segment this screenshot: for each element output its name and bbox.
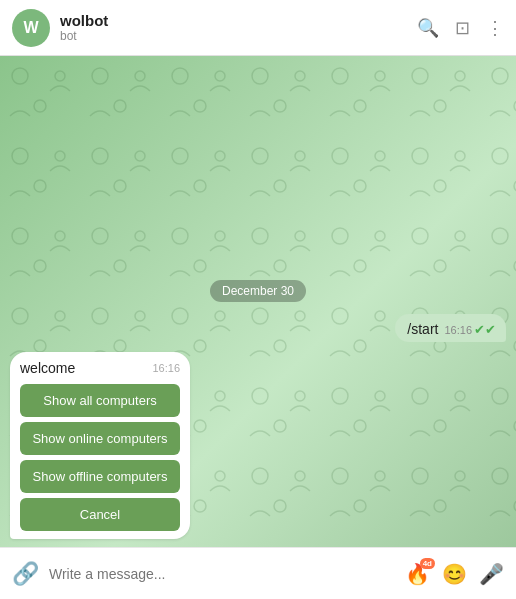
messages: /start 16:16 ✔✔ welcome 16:16 Show all c… — [10, 314, 506, 539]
show-offline-computers-button[interactable]: Show offline computers — [20, 460, 180, 493]
chat-content: December 30 /start 16:16 ✔✔ welcome — [0, 56, 516, 547]
outgoing-bubble: /start 16:16 ✔✔ — [395, 314, 506, 342]
outgoing-text: /start — [407, 321, 438, 337]
incoming-time: 16:16 — [152, 362, 180, 374]
attach-icon[interactable]: 🔗 — [12, 561, 39, 587]
fire-badge: 4d — [420, 558, 435, 569]
incoming-text: welcome — [20, 360, 75, 376]
incoming-header: welcome 16:16 — [20, 360, 180, 376]
chat-subtitle: bot — [60, 29, 417, 43]
date-separator: December 30 — [10, 280, 506, 302]
fire-icon[interactable]: 🔥 4d — [405, 562, 430, 586]
emoji-icon[interactable]: 😊 — [442, 562, 467, 586]
outgoing-message: /start 16:16 ✔✔ — [10, 314, 506, 342]
bottom-icons: 🔥 4d 😊 🎤 — [405, 562, 504, 586]
incoming-message: welcome 16:16 Show all computers Show on… — [10, 352, 506, 539]
message-input[interactable] — [49, 566, 395, 582]
outgoing-time: 16:16 ✔✔ — [444, 322, 496, 337]
header-info: wolbot bot — [60, 12, 417, 43]
bottom-bar: 🔗 🔥 4d 😊 🎤 — [0, 547, 516, 599]
mic-icon[interactable]: 🎤 — [479, 562, 504, 586]
chat-title: wolbot — [60, 12, 417, 29]
chat-header: W wolbot bot 🔍 ⊡ ⋮ — [0, 0, 516, 56]
chat-area: December 30 /start 16:16 ✔✔ welcome — [0, 56, 516, 547]
avatar: W — [12, 9, 50, 47]
search-icon[interactable]: 🔍 — [417, 17, 439, 39]
date-badge: December 30 — [210, 280, 306, 302]
show-all-computers-button[interactable]: Show all computers — [20, 384, 180, 417]
cancel-button[interactable]: Cancel — [20, 498, 180, 531]
more-icon[interactable]: ⋮ — [486, 17, 504, 39]
incoming-bubble: welcome 16:16 Show all computers Show on… — [10, 352, 190, 539]
show-online-computers-button[interactable]: Show online computers — [20, 422, 180, 455]
header-icons: 🔍 ⊡ ⋮ — [417, 17, 504, 39]
double-check-icon: ✔✔ — [474, 322, 496, 337]
layout-icon[interactable]: ⊡ — [455, 17, 470, 39]
